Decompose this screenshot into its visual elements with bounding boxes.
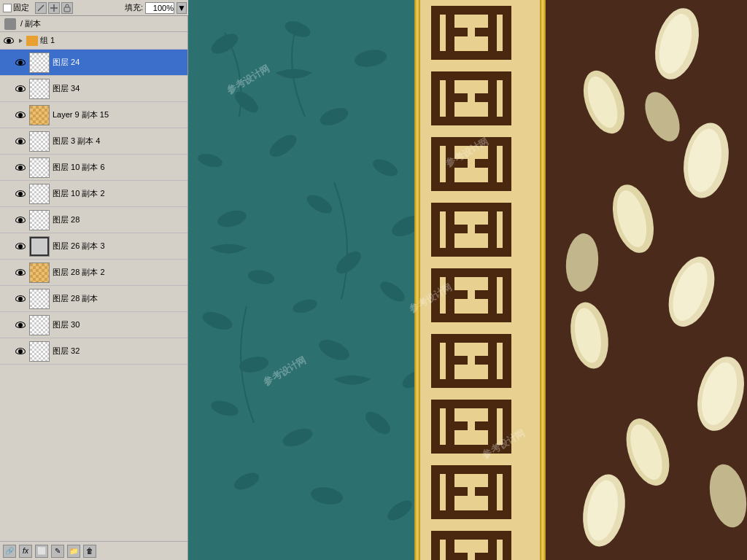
group-row[interactable]: 组 1 bbox=[0, 32, 187, 50]
eye-icon bbox=[15, 217, 26, 223]
eye-icon bbox=[15, 112, 26, 118]
svg-rect-0 bbox=[64, 7, 70, 12]
svg-point-17 bbox=[377, 279, 407, 306]
fret-pattern-strip bbox=[420, 0, 540, 560]
eye-pupil bbox=[18, 218, 23, 222]
eye-icon bbox=[15, 348, 26, 354]
layer-visibility-toggle[interactable] bbox=[15, 162, 26, 174]
eye-pupil bbox=[18, 61, 23, 65]
layer-row[interactable]: 图层 28 bbox=[0, 207, 187, 233]
layer-row[interactable]: 图层 28 副本 bbox=[0, 286, 187, 312]
layer-row[interactable]: 图层 3 副本 4 bbox=[0, 128, 187, 155]
layer-name: 图层 10 副本 6 bbox=[53, 162, 187, 173]
fill-dropdown[interactable]: ▼ bbox=[177, 2, 187, 14]
eye-pupil bbox=[18, 113, 23, 117]
mask-icon[interactable]: ⬜ bbox=[35, 545, 48, 558]
path-text: / 副本 bbox=[20, 18, 41, 29]
eye-pupil bbox=[18, 244, 23, 249]
layers-bottom-toolbar: 🔗 fx ⬜ ✎ 📁 🗑 bbox=[0, 541, 187, 560]
group-label: 组 1 bbox=[40, 35, 187, 46]
layer-row[interactable]: 图层 24 bbox=[0, 50, 187, 76]
layer-name: 图层 32 bbox=[53, 346, 187, 357]
eye-icon bbox=[15, 322, 26, 328]
svg-point-5 bbox=[232, 88, 262, 116]
eye-icon bbox=[15, 164, 26, 171]
eye-pupil bbox=[18, 271, 23, 275]
svg-point-23 bbox=[362, 408, 393, 438]
fill-label: 填充: bbox=[125, 2, 143, 13]
layer-visibility-toggle[interactable] bbox=[15, 136, 26, 147]
layer-name: Layer 9 副本 15 bbox=[53, 109, 187, 120]
layer-thumbnail bbox=[29, 289, 50, 309]
svg-rect-37 bbox=[429, 0, 531, 560]
eye-icon bbox=[15, 59, 26, 66]
layer-thumbnail bbox=[29, 105, 50, 125]
layer-visibility-toggle[interactable] bbox=[15, 241, 26, 252]
svg-point-26 bbox=[384, 497, 414, 524]
layer-visibility-toggle[interactable] bbox=[15, 83, 26, 95]
svg-point-4 bbox=[353, 47, 387, 69]
layer-visibility-toggle[interactable] bbox=[15, 267, 26, 279]
group-collapse-triangle[interactable] bbox=[17, 37, 24, 44]
layer-name: 图层 34 bbox=[53, 83, 187, 94]
layer-thumbnail bbox=[29, 184, 50, 204]
layers-panel: / 副本 组 1 图层 24图层 34Layer 9 副本 15图层 3 副本 … bbox=[0, 16, 188, 560]
svg-point-9 bbox=[371, 156, 400, 179]
path-home-icon bbox=[4, 18, 16, 30]
layer-visibility-toggle[interactable] bbox=[15, 346, 26, 357]
brush-tool-icon[interactable]: ✎ bbox=[51, 545, 64, 558]
teal-background bbox=[188, 0, 422, 560]
svg-point-21 bbox=[209, 398, 239, 418]
path-bar: / 副本 bbox=[0, 16, 187, 32]
layer-name: 图层 10 副本 2 bbox=[53, 188, 187, 199]
svg-point-8 bbox=[266, 131, 300, 160]
group-visibility-toggle[interactable] bbox=[3, 35, 15, 47]
svg-point-19 bbox=[316, 336, 352, 365]
delete-icon[interactable]: 🗑 bbox=[83, 545, 96, 558]
svg-point-3 bbox=[283, 18, 312, 39]
layer-row[interactable]: 图层 28 副本 2 bbox=[0, 260, 187, 286]
layer-visibility-toggle[interactable] bbox=[15, 293, 26, 305]
eye-icon bbox=[15, 295, 26, 302]
svg-point-16 bbox=[292, 298, 319, 315]
layer-visibility-toggle[interactable] bbox=[15, 214, 26, 226]
layer-name: 图层 26 副本 3 bbox=[53, 241, 187, 252]
layer-row[interactable]: 图层 32 bbox=[0, 338, 187, 365]
layer-thumbnail bbox=[29, 52, 50, 73]
svg-point-11 bbox=[304, 192, 335, 217]
layer-thumbnail bbox=[29, 262, 50, 283]
fixed-checkbox[interactable] bbox=[3, 4, 12, 12]
fx-icon[interactable]: fx bbox=[19, 545, 32, 558]
brush-icon[interactable] bbox=[35, 2, 47, 14]
eye-icon bbox=[15, 190, 26, 197]
layer-thumbnail bbox=[29, 210, 50, 230]
eye-icon bbox=[15, 138, 26, 144]
layer-thumbnail bbox=[29, 158, 50, 178]
layer-name: 图层 30 bbox=[53, 319, 187, 330]
move-icon[interactable] bbox=[48, 2, 60, 14]
layer-thumbnail bbox=[29, 341, 50, 362]
layer-visibility-toggle[interactable] bbox=[15, 188, 26, 200]
svg-point-7 bbox=[197, 152, 224, 169]
layer-name: 图层 24 bbox=[53, 57, 187, 68]
layer-row[interactable]: 图层 10 副本 2 bbox=[0, 181, 187, 207]
svg-point-10 bbox=[216, 208, 248, 230]
layer-visibility-toggle[interactable] bbox=[15, 109, 26, 121]
layer-thumbnail bbox=[29, 315, 50, 335]
folder-new-icon[interactable]: 📁 bbox=[67, 545, 80, 558]
gold-strip-left bbox=[414, 0, 420, 560]
layer-row[interactable]: 图层 26 副本 3 bbox=[0, 233, 187, 260]
link-icon[interactable]: 🔗 bbox=[3, 545, 16, 558]
eye-outline bbox=[4, 37, 14, 44]
layer-visibility-toggle[interactable] bbox=[15, 319, 26, 331]
layer-row[interactable]: 图层 10 副本 6 bbox=[0, 155, 187, 181]
layer-row[interactable]: 图层 34 bbox=[0, 76, 187, 102]
eye-pupil bbox=[18, 323, 23, 327]
folder-icon bbox=[26, 36, 38, 46]
layer-row[interactable]: 图层 30 bbox=[0, 312, 187, 338]
fill-input[interactable] bbox=[145, 2, 174, 14]
lock-icon[interactable] bbox=[61, 2, 73, 14]
svg-point-6 bbox=[318, 105, 350, 128]
layer-row[interactable]: Layer 9 副本 15 bbox=[0, 102, 187, 128]
layer-visibility-toggle[interactable] bbox=[15, 57, 26, 69]
